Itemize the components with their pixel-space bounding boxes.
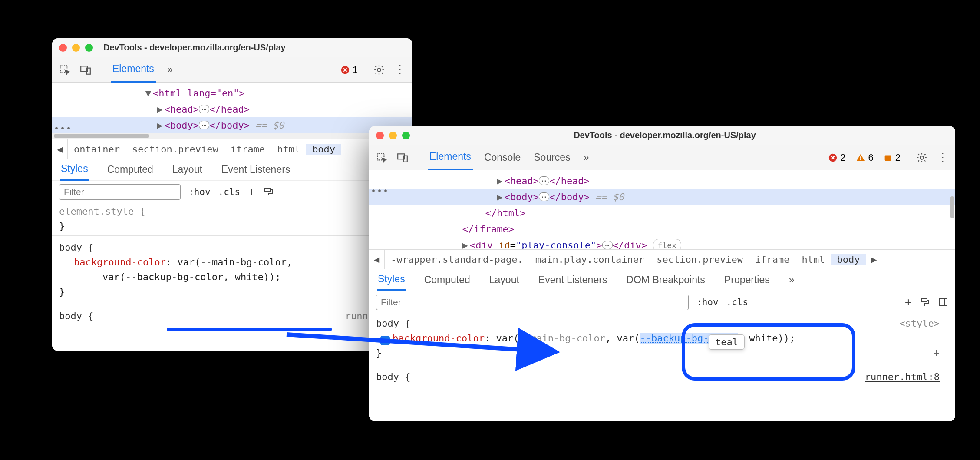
inspect-icon[interactable] — [59, 64, 70, 76]
more-icon[interactable]: ⋮ — [937, 151, 948, 164]
paint-icon[interactable] — [920, 297, 930, 308]
tabs-overflow[interactable]: » — [165, 58, 175, 82]
styles-filter-input[interactable] — [59, 184, 181, 200]
breadcrumb-item[interactable]: iframe — [224, 144, 271, 155]
subtabs-overflow[interactable]: » — [788, 270, 795, 290]
paint-icon[interactable] — [263, 187, 274, 197]
breadcrumb-item-active[interactable]: body — [831, 254, 866, 265]
breadcrumb-scroll-left[interactable]: ◀ — [369, 250, 385, 269]
sidebar-toggle-icon[interactable] — [938, 297, 948, 308]
subtab-layout[interactable]: Layout — [172, 159, 203, 180]
subtab-event-listeners[interactable]: Event Listeners — [221, 159, 291, 180]
settings-icon[interactable] — [916, 152, 927, 163]
device-icon[interactable] — [397, 152, 408, 163]
css-selector: body { — [59, 240, 406, 255]
dom-tree[interactable]: ▼<html lang="en"> ▶<head>⋯</head> ▶<body… — [52, 83, 412, 139]
css-declaration[interactable]: background-color: var(--main-bg-color, v… — [376, 331, 948, 346]
new-rule-icon[interactable]: + — [248, 185, 255, 199]
more-icon[interactable]: ⋮ — [394, 63, 406, 76]
minimize-icon[interactable] — [72, 44, 80, 52]
titlebar[interactable]: DevTools - developer.mozilla.org/en-US/p… — [52, 38, 412, 57]
zoom-icon[interactable] — [402, 132, 410, 139]
css-rule[interactable]: <style> body { background-color: var(--m… — [376, 316, 948, 361]
dom-row[interactable]: ▶<head>⋯</head> — [52, 101, 412, 117]
breadcrumb-scroll-left[interactable]: ◀ — [52, 139, 68, 159]
breadcrumb-item[interactable]: section.preview — [126, 144, 224, 155]
devtools-window-left: DevTools - developer.mozilla.org/en-US/p… — [52, 38, 412, 351]
warning-count[interactable]: 6 — [855, 152, 874, 163]
breadcrumb: ◀ ontainer section.preview iframe html b… — [52, 139, 412, 159]
dom-row[interactable]: ▼<html lang="en"> — [52, 85, 412, 101]
breadcrumb: ◀ -wrapper.standard-page. main.play.cont… — [369, 249, 955, 269]
hov-toggle[interactable]: :hov — [696, 297, 719, 308]
subtab-dom-breakpoints[interactable]: DOM Breakpoints — [625, 270, 706, 290]
stylesheet-source[interactable]: <style> — [899, 316, 940, 331]
titlebar[interactable]: DevTools - developer.mozilla.org/en-US/p… — [369, 126, 955, 145]
css-rule[interactable]: runner.ht body { — [59, 309, 406, 324]
tabs-overflow[interactable]: » — [582, 146, 591, 169]
subtab-styles[interactable]: Styles — [377, 269, 406, 291]
subtab-properties[interactable]: Properties — [723, 270, 771, 290]
svg-rect-11 — [860, 159, 861, 160]
settings-icon[interactable] — [373, 64, 385, 76]
breadcrumb-item[interactable]: -wrapper.standard-page. — [385, 254, 529, 265]
subtab-styles[interactable]: Styles — [60, 159, 89, 181]
error-count-value: 1 — [353, 64, 358, 76]
dom-row[interactable]: </iframe> — [369, 221, 955, 237]
close-icon[interactable] — [59, 44, 67, 52]
breadcrumb-item[interactable]: html — [271, 144, 306, 155]
dom-row[interactable]: </html> — [369, 205, 955, 221]
devtools-toolbar: Elements Console Sources » 2 6 2 ⋮ — [369, 145, 955, 170]
styles-filter-input[interactable] — [376, 295, 689, 310]
dom-tree[interactable]: ▶<head>⋯</head> ▶<body>⋯</body> == $0 </… — [369, 170, 955, 249]
subtab-computed[interactable]: Computed — [423, 270, 471, 290]
breadcrumb-item[interactable]: section.preview — [650, 254, 749, 265]
tab-sources[interactable]: Sources — [532, 146, 572, 169]
breadcrumb-scroll-right[interactable]: ▶ — [866, 250, 881, 269]
dom-row[interactable]: ▶<div id="play-console">⋯</div> flex — [369, 237, 955, 249]
css-rule[interactable]: <st body { background-color: var(--main-… — [59, 240, 406, 299]
css-declaration[interactable]: background-color: var(--main-bg-color, — [59, 255, 406, 270]
subtab-layout[interactable]: Layout — [488, 270, 520, 290]
hov-toggle[interactable]: :hov — [188, 187, 211, 197]
breadcrumb-item[interactable]: html — [795, 254, 831, 265]
tab-elements[interactable]: Elements — [428, 145, 473, 170]
info-count[interactable]: 2 — [883, 152, 901, 163]
breadcrumb-item[interactable]: main.play.container — [529, 254, 651, 265]
property-checkbox[interactable] — [380, 336, 390, 345]
dom-row[interactable]: ▶<head>⋯</head> — [369, 173, 955, 189]
tab-console[interactable]: Console — [482, 146, 522, 169]
traffic-lights — [376, 132, 410, 139]
scrollbar-thumb[interactable] — [950, 196, 954, 218]
tab-elements[interactable]: Elements — [111, 57, 156, 83]
subtab-event-listeners[interactable]: Event Listeners — [538, 270, 608, 290]
css-declaration-cont[interactable]: var(--backup-bg-color, white)); — [59, 270, 406, 285]
close-icon[interactable] — [376, 132, 384, 139]
inspect-icon[interactable] — [376, 152, 387, 163]
styles-toolbar: :hov .cls + — [52, 181, 412, 203]
new-rule-icon[interactable]: + — [905, 295, 912, 309]
zoom-icon[interactable] — [85, 44, 93, 52]
error-count[interactable]: 1 — [340, 64, 358, 76]
dom-row-selected[interactable]: ▶<body>⋯</body> == $0 — [52, 117, 412, 133]
svg-rect-13 — [888, 156, 888, 159]
breadcrumb-item[interactable]: ontainer — [68, 144, 126, 155]
rule-close: } — [376, 346, 948, 361]
breadcrumb-item[interactable]: iframe — [749, 254, 795, 265]
collapse-dots-icon[interactable]: ••• — [371, 184, 389, 197]
dom-row-selected[interactable]: ▶<body>⋯</body> == $0 — [369, 189, 955, 205]
svg-point-4 — [377, 68, 381, 72]
cls-toggle[interactable]: .cls — [726, 297, 749, 308]
device-icon[interactable] — [80, 64, 91, 76]
breadcrumb-item-active[interactable]: body — [306, 144, 341, 155]
minimize-icon[interactable] — [389, 132, 397, 139]
error-count[interactable]: 2 — [828, 152, 845, 163]
css-rule[interactable]: runner.html:8 body { — [376, 370, 948, 384]
styles-pane[interactable]: <style> body { background-color: var(--m… — [369, 314, 955, 421]
scrollbar-thumb[interactable] — [54, 134, 149, 138]
stylesheet-source-link[interactable]: runner.html:8 — [865, 370, 940, 384]
subtab-computed[interactable]: Computed — [106, 159, 154, 180]
css-var[interactable]: --main-bg-color — [519, 333, 605, 344]
add-property-icon[interactable]: + — [934, 345, 940, 361]
cls-toggle[interactable]: .cls — [218, 187, 241, 197]
